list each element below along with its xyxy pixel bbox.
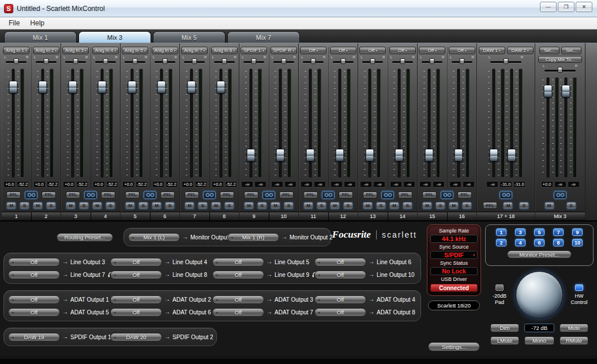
solo-button[interactable]: S <box>462 202 472 209</box>
channel-fader[interactable] <box>561 76 570 179</box>
mute-button[interactable]: M <box>363 202 373 209</box>
pan-slider[interactable]: L R <box>542 65 578 74</box>
fader-cap[interactable] <box>246 149 255 162</box>
solo-button[interactable]: S <box>403 202 412 209</box>
stereo-link-button[interactable] <box>25 191 37 199</box>
sel-button[interactable]: Sel... <box>561 47 581 54</box>
stereo-link-button[interactable] <box>84 191 97 199</box>
fader-cap[interactable] <box>455 149 463 162</box>
pan-slider[interactable]: L R <box>488 56 524 65</box>
stereo-link-button[interactable] <box>554 191 566 199</box>
routing-source-button[interactable]: ▾ Off <box>314 295 366 304</box>
pan-handle[interactable] <box>162 58 167 64</box>
fader-cap[interactable] <box>562 85 570 97</box>
pfl-button[interactable]: PFL <box>422 192 437 198</box>
routing-source-button[interactable]: ▾ Off <box>8 308 60 317</box>
channel-fader[interactable] <box>216 67 226 179</box>
mute-button[interactable]: M <box>185 202 194 209</box>
channel-source-button[interactable]: DAW 1▾ <box>479 47 505 54</box>
pad-indicator[interactable] <box>495 284 504 291</box>
routing-source-button[interactable]: ▾ Off <box>212 258 264 267</box>
channel-source-button[interactable]: Anlg In 7 ▾ <box>181 47 208 54</box>
mute-button[interactable]: M <box>271 202 280 209</box>
routing-source-button[interactable]: ▾ Off <box>110 258 162 267</box>
channel-source-button[interactable]: Anlg In 5 ▾ <box>122 47 148 54</box>
titlebar[interactable]: S Untitled - Scarlett MixControl — ❐ ✕ <box>0 0 597 17</box>
fader-cap[interactable] <box>544 85 553 97</box>
routing-source-button[interactable]: ▾ Mix 1 (L) <box>128 233 180 242</box>
fader-cap[interactable] <box>276 149 285 162</box>
rmute-button[interactable]: RMute <box>560 336 588 345</box>
routing-source-button[interactable]: ▾ Off <box>110 271 162 279</box>
channel-source-button[interactable]: Anlg In 2 ▾ <box>33 47 59 54</box>
mute-button[interactable]: M <box>125 202 135 209</box>
mute-button[interactable]: M <box>244 202 254 209</box>
pan-slider[interactable]: L R <box>93 56 118 65</box>
channel-source-button[interactable]: Anlg In 8 ▾ <box>211 47 238 54</box>
fader-cap[interactable] <box>395 149 404 162</box>
routing-source-button[interactable]: ▾ Off <box>212 271 264 279</box>
channel-source-button[interactable]: Off ▾ <box>359 47 386 54</box>
channel-fader[interactable] <box>97 67 107 179</box>
routing-source-button[interactable]: ▾ Off <box>8 295 60 304</box>
fader-cap[interactable] <box>508 149 516 162</box>
fader-cap[interactable] <box>187 81 196 93</box>
tab-mix-5[interactable]: Mix 5 <box>153 31 226 43</box>
channel-source-button[interactable]: SPDIF R ▾ <box>271 47 297 54</box>
channel-fader[interactable] <box>489 67 498 179</box>
channel-source-button[interactable]: Anlg In 3 ▾ <box>62 47 89 54</box>
solo-button[interactable]: S <box>46 202 56 209</box>
monitor-preset-4[interactable]: 4 <box>515 239 525 246</box>
routing-source-button[interactable]: ▾ Off <box>314 271 366 279</box>
pan-slider[interactable]: L R <box>63 56 88 65</box>
routing-preset-button[interactable]: Routing Preset... <box>57 233 113 242</box>
solo-button[interactable]: S <box>343 202 353 209</box>
fader-cap[interactable] <box>39 81 47 93</box>
solo-button[interactable]: S <box>257 202 267 209</box>
mute-button[interactable]: M <box>92 202 102 209</box>
pan-handle[interactable] <box>311 58 316 64</box>
pan-handle[interactable] <box>370 58 376 64</box>
copy-mix-to-button[interactable]: Copy Mix To... <box>538 56 582 63</box>
pfl-button[interactable]: PFL <box>66 192 80 198</box>
routing-source-button[interactable]: ▾ Mix 1 (R) <box>227 233 279 242</box>
fader-cap[interactable] <box>336 149 344 162</box>
channel-fader[interactable] <box>507 67 516 179</box>
channel-fader[interactable] <box>306 67 315 179</box>
pan-slider[interactable]: L R <box>301 56 326 65</box>
settings-button[interactable]: Settings... <box>428 342 480 351</box>
mute-button[interactable]: M <box>389 202 399 209</box>
channel-fader[interactable] <box>157 67 166 179</box>
pfl-button[interactable]: PFL <box>363 192 377 198</box>
pan-slider[interactable]: L R <box>122 56 148 65</box>
pfl-button[interactable]: PFL <box>457 192 472 198</box>
monitor-preset-1[interactable]: 1 <box>496 228 506 236</box>
channel-fader[interactable] <box>335 67 344 179</box>
channel-source-button[interactable]: DAW 2▾ <box>507 47 534 54</box>
routing-source-button[interactable]: ▾ Off <box>8 271 60 279</box>
channel-fader[interactable] <box>395 67 404 179</box>
fader-cap[interactable] <box>68 81 77 93</box>
fader-cap[interactable] <box>306 149 314 162</box>
pan-handle[interactable] <box>459 58 464 64</box>
routing-source-button[interactable]: ▾ DAW 20 <box>110 333 162 342</box>
channel-fader[interactable] <box>68 67 77 179</box>
fader-cap[interactable] <box>365 149 374 162</box>
channel-fader[interactable] <box>543 76 553 179</box>
pan-handle[interactable] <box>430 58 435 64</box>
pan-handle[interactable] <box>251 58 257 64</box>
pfl-button[interactable]: PFL <box>279 192 294 198</box>
monitor-preset-8[interactable]: 8 <box>553 239 564 246</box>
channel-source-button[interactable]: Anlg In 6 ▾ <box>152 47 178 54</box>
channel-fader[interactable] <box>187 67 196 179</box>
menu-item-help[interactable]: Help <box>25 18 50 28</box>
monitor-preset-6[interactable]: 6 <box>534 239 545 246</box>
channel-fader[interactable] <box>276 67 285 179</box>
stereo-link-button[interactable] <box>500 191 512 199</box>
stereo-link-button[interactable] <box>144 191 156 199</box>
monitor-mute-button[interactable]: Mute <box>560 324 588 332</box>
lmute-button[interactable]: LMute <box>490 336 519 345</box>
pfl-button[interactable]: PFL <box>185 192 199 198</box>
fader-cap[interactable] <box>217 81 226 93</box>
dim-button[interactable]: Dim <box>490 324 519 332</box>
